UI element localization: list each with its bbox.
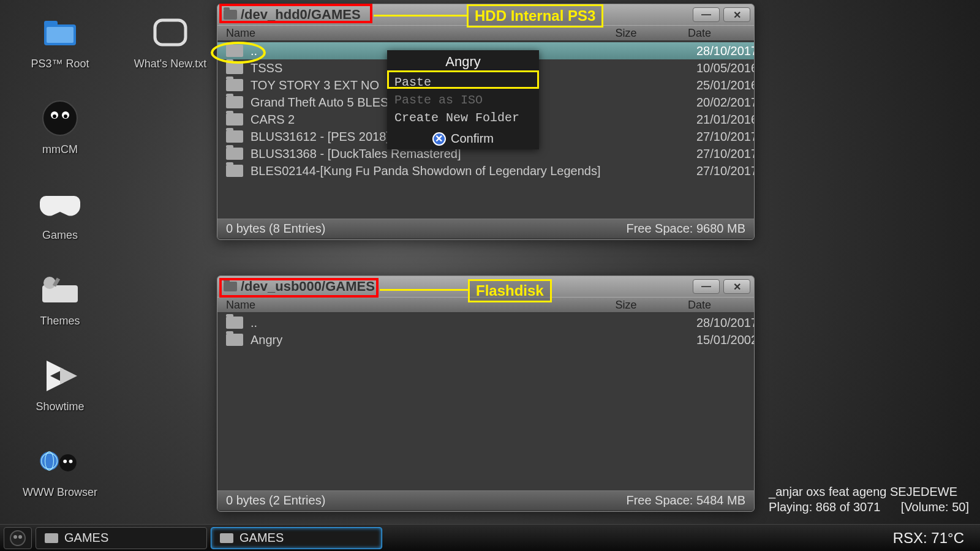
- folder-icon: [45, 533, 58, 543]
- col-name: Name: [226, 27, 598, 40]
- file-date: 28/10/2017: [690, 316, 755, 329]
- file-date: 15/01/2002: [690, 333, 755, 347]
- file-date: 27/10/2017: [690, 164, 755, 178]
- file-size: 28/10/2017: [690, 44, 745, 58]
- folder-icon: [226, 79, 243, 91]
- themes-icon: [39, 268, 81, 311]
- file-list: ..28/10/2017Angry15/01/2002: [217, 313, 754, 490]
- column-header: Name Size Date: [217, 25, 754, 41]
- svg-marker-14: [60, 367, 77, 384]
- rsx-temp: RSX: 71°C: [893, 530, 976, 547]
- desktop-icon-www[interactable]: WWW Browser: [17, 440, 103, 499]
- taskbar-task[interactable]: GAMES: [36, 527, 207, 549]
- file-size: 27/10/2017: [690, 164, 745, 178]
- app-icon: [39, 97, 81, 140]
- folder-icon: [226, 165, 243, 177]
- column-header: Name Size Date: [217, 297, 754, 313]
- task-label: GAMES: [64, 531, 108, 545]
- context-menu-title: Angry: [387, 50, 539, 73]
- context-menu-confirm: ✕ Confirm: [387, 127, 539, 149]
- context-menu: Angry PastePaste as ISOCreate New Folder…: [387, 50, 539, 149]
- desktop-icon-mmcm[interactable]: mmCM: [17, 97, 103, 156]
- minimize-button[interactable]: —: [693, 279, 720, 294]
- svg-point-21: [13, 535, 17, 539]
- window-titlebar[interactable]: /dev_usb000/GAMES — ✕: [217, 276, 754, 297]
- file-size: 25/01/2016: [690, 78, 745, 92]
- file-name: Angry: [251, 333, 690, 347]
- file-size: 27/10/2017: [690, 147, 745, 161]
- col-date: Date: [654, 27, 745, 40]
- file-manager-window-usb: /dev_usb000/GAMES — ✕ Name Size Date ..2…: [217, 276, 755, 512]
- file-name: ..: [251, 316, 690, 330]
- file-size: 20/02/2017: [690, 96, 745, 110]
- folder-icon: [224, 282, 237, 291]
- status-bar: 0 bytes (2 Entries) Free Space: 5484 MB: [217, 490, 754, 510]
- file-size: 27/10/2017: [690, 130, 745, 144]
- file-size: 15/01/2002: [690, 333, 745, 347]
- desktop-icon-label: Themes: [17, 315, 103, 328]
- cross-button-icon: ✕: [432, 132, 446, 146]
- play-icon: [39, 354, 81, 397]
- svg-rect-1: [44, 21, 58, 27]
- folder-icon: [226, 113, 243, 126]
- desktop-icon-themes[interactable]: Themes: [17, 268, 103, 328]
- file-date: 28/10/2017: [690, 44, 755, 58]
- folder-icon: [226, 130, 243, 143]
- file-row[interactable]: BLES02144-[Kung Fu Panda Showdown of Leg…: [217, 162, 754, 179]
- svg-rect-3: [155, 20, 186, 45]
- col-size: Size: [598, 299, 654, 312]
- desktop-icon-label: WWW Browser: [17, 486, 103, 499]
- desktop-icon-label: What's New.txt: [127, 58, 213, 70]
- file-date: 25/01/2016: [690, 78, 755, 92]
- folder-icon: [226, 45, 243, 57]
- svg-point-8: [64, 114, 67, 118]
- start-button[interactable]: [4, 527, 32, 549]
- context-menu-item[interactable]: Paste: [387, 73, 539, 91]
- path-text: /dev_hdd0/GAMES: [241, 7, 361, 23]
- file-row[interactable]: Angry15/01/2002: [217, 331, 754, 348]
- file-size: 21/01/2016: [690, 113, 745, 127]
- desktop-icon-showtime[interactable]: Showtime: [17, 354, 103, 413]
- window-titlebar[interactable]: /dev_hdd0/GAMES — ✕: [217, 4, 754, 25]
- gamepad-icon: [39, 182, 81, 225]
- col-name: Name: [226, 299, 598, 312]
- taskbar-task[interactable]: GAMES: [211, 527, 382, 549]
- svg-point-20: [10, 531, 25, 545]
- svg-point-19: [69, 460, 73, 463]
- col-size: Size: [598, 27, 654, 40]
- now-playing: _anjar oxs feat ageng SEJEDEWE Playing: …: [769, 484, 969, 514]
- desktop-icon-label: mmCM: [17, 143, 103, 156]
- svg-point-22: [18, 535, 22, 539]
- desktop-icon-label: Showtime: [17, 400, 103, 413]
- path-display: /dev_usb000/GAMES: [221, 277, 381, 296]
- folder-icon: [226, 334, 243, 346]
- folder-icon: [39, 11, 81, 54]
- folder-icon: [220, 533, 233, 543]
- globe-icon: [39, 440, 81, 482]
- close-button[interactable]: ✕: [723, 7, 750, 22]
- folder-icon: [224, 10, 237, 20]
- desktop-icon-whatsnew[interactable]: What's New.txt: [127, 11, 213, 70]
- desktop-icon-games[interactable]: Games: [17, 182, 103, 242]
- minimize-button[interactable]: —: [693, 7, 720, 22]
- svg-rect-2: [47, 27, 74, 43]
- task-label: GAMES: [239, 531, 284, 545]
- now-playing-progress: Playing: 868 of 3071: [769, 500, 880, 514]
- folder-icon: [226, 96, 243, 108]
- path-display: /dev_hdd0/GAMES: [221, 6, 367, 24]
- file-row[interactable]: ..28/10/2017: [217, 314, 754, 331]
- context-menu-item[interactable]: Paste as ISO: [387, 91, 539, 109]
- folder-icon: [226, 317, 243, 329]
- desktop-icon-label: Games: [17, 229, 103, 242]
- status-bar: 0 bytes (8 Entries) Free Space: 9680 MB: [217, 219, 754, 238]
- svg-point-7: [53, 114, 56, 118]
- file-icon: [149, 11, 192, 54]
- context-menu-item[interactable]: Create New Folder: [387, 109, 539, 127]
- file-date: 20/02/2017: [690, 96, 755, 109]
- status-right: Free Space: 9680 MB: [626, 222, 745, 236]
- close-button[interactable]: ✕: [723, 279, 750, 294]
- file-name: BLES02144-[Kung Fu Panda Showdown of Leg…: [251, 164, 690, 178]
- file-size: 28/10/2017: [690, 316, 745, 330]
- desktop-icon-ps3root[interactable]: PS3™ Root: [17, 11, 103, 70]
- col-date: Date: [654, 299, 745, 312]
